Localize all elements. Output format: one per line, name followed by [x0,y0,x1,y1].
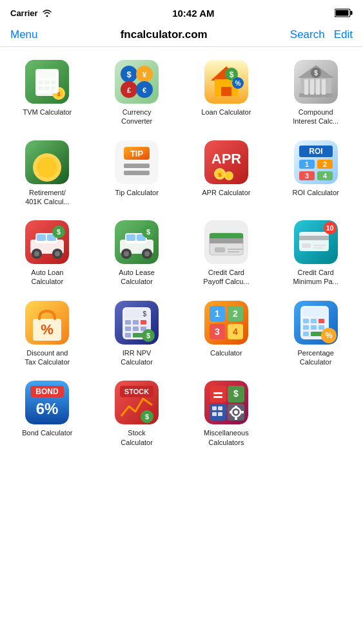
app-item-ccmin[interactable]: 10 Credit Card Minimum Pa... [271,214,360,294]
app-icon-compound: $ [294,60,338,104]
svg-text:$: $ [230,70,234,79]
svg-rect-103 [313,247,322,249]
app-item-bond[interactable]: BOND 6% Bond Calculator [3,374,92,455]
svg-rect-27 [221,87,231,96]
svg-rect-117 [125,333,131,337]
app-icon-retirement [25,140,69,184]
app-icon-percentage: % [294,301,338,345]
svg-text:%: % [41,321,54,337]
svg-rect-114 [125,327,131,331]
svg-point-76 [55,251,60,256]
svg-rect-102 [313,245,326,246]
app-icon-bond: BOND 6% [25,381,69,424]
app-item-misc[interactable]: $ Miscellaneous Calculators [182,374,271,455]
app-label-compound: Compound Interest Calc... [290,108,342,126]
app-item-compound[interactable]: $ Compound Interest Calc... [271,53,360,134]
app-item-roi[interactable]: ROI 1 2 3 4 ROI Calculator [271,134,360,214]
svg-rect-82 [126,234,135,241]
svg-rect-155 [213,396,222,398]
svg-point-165 [234,410,238,414]
svg-rect-5 [38,71,56,78]
svg-rect-93 [215,247,225,252]
app-item-currency[interactable]: $ ¥ £ € Currency Converter [92,53,182,134]
app-item-autolease[interactable]: $ Auto Lease Calculator [92,214,182,294]
svg-rect-100 [299,236,329,240]
menu-button[interactable]: Menu [10,28,38,41]
svg-rect-139 [303,332,309,336]
app-grid: $ TVM Calculator $ ¥ £ [0,47,363,461]
app-icon-ccpayoff [204,220,248,264]
app-label-stock: Stock Calculator [111,428,162,447]
svg-rect-10 [44,86,50,90]
app-item-loan[interactable]: $ % Loan Calculator [182,53,271,134]
svg-rect-133 [303,319,309,323]
svg-rect-37 [316,79,320,95]
svg-rect-101 [302,243,311,248]
svg-text:STOCK: STOCK [124,388,149,395]
app-item-discount[interactable]: % Discount and Tax Calculator [3,294,92,375]
app-icon-roi: ROI 1 2 3 4 [294,140,338,184]
svg-rect-161 [212,412,217,416]
app-label-autoloan: Auto Loan Calculator [21,268,73,287]
app-icon-misc: $ [204,381,248,424]
svg-text:1: 1 [305,160,309,168]
carrier-label: Carrier [10,8,38,18]
app-icon-ccmin: 10 [294,220,338,264]
svg-rect-137 [311,325,317,330]
svg-rect-1 [350,11,352,15]
svg-rect-11 [51,86,56,93]
svg-point-56 [226,173,232,179]
app-label-bond: Bond Calculator [22,428,72,437]
app-item-apr[interactable]: APR $ APR Calculator [182,134,271,214]
svg-rect-169 [241,411,244,413]
svg-rect-4 [35,69,59,96]
svg-text:€: € [142,86,146,94]
app-item-tvm[interactable]: $ TVM Calculator [3,53,92,134]
svg-text:BOND: BOND [36,387,59,396]
svg-text:$: $ [127,70,132,79]
app-item-tip[interactable]: TIP Tip Calculator [92,134,182,214]
svg-rect-38 [322,79,326,95]
svg-point-87 [144,251,150,256]
svg-rect-162 [218,412,222,416]
svg-rect-8 [51,80,56,84]
badge-ccmin: 10 [324,222,337,234]
wifi-icon [42,9,52,17]
app-icon-apr: APR $ [204,140,248,184]
app-label-discount: Discount and Tax Calculator [21,348,73,367]
app-item-retirement[interactable]: Retirement/ 401K Calcul... [3,134,92,214]
app-icon-autoloan: $ [25,220,69,264]
app-item-calculator[interactable]: 1 2 3 4 Calculator [182,294,271,375]
svg-rect-49 [124,171,150,175]
svg-text:3: 3 [305,172,309,180]
status-left: Carrier [10,8,52,18]
svg-text:¥: ¥ [142,71,147,79]
search-button[interactable]: Search [290,28,325,41]
app-item-autoloan[interactable]: $ Auto Loan Calculator [3,214,92,294]
app-label-tip: Tip Calculator [115,188,158,197]
svg-rect-138 [319,325,324,330]
svg-text:TIP: TIP [130,149,144,158]
svg-rect-135 [319,319,324,323]
svg-text:4: 4 [323,172,328,180]
app-icon-loan: $ % [204,60,248,104]
app-label-roi: ROI Calculator [293,188,339,197]
svg-text:$: $ [57,228,61,236]
svg-point-44 [37,157,57,178]
app-label-autolease: Auto Lease Calculator [111,268,162,287]
app-label-ccpayoff: Credit Card Payoff Calcu... [201,268,252,287]
status-bar: Carrier 10:42 AM [0,0,363,23]
svg-rect-15 [115,60,159,104]
svg-text:3: 3 [215,327,220,337]
app-label-tvm: TVM Calculator [23,108,72,117]
svg-rect-132 [303,308,326,316]
app-item-ccpayoff[interactable]: Credit Card Payoff Calcu... [182,214,271,294]
edit-button[interactable]: Edit [334,28,353,41]
app-item-irr[interactable]: $ $ IRR NPV Calculator [92,294,182,375]
app-item-stock[interactable]: STOCK $ Stock Calculator [92,374,182,455]
svg-rect-158 [210,404,226,421]
app-item-percentage[interactable]: % Percentage Calculator [271,294,360,375]
app-icon-irr: $ $ [115,301,159,345]
svg-text:$: $ [146,228,150,236]
app-icon-discount: % [25,301,69,345]
